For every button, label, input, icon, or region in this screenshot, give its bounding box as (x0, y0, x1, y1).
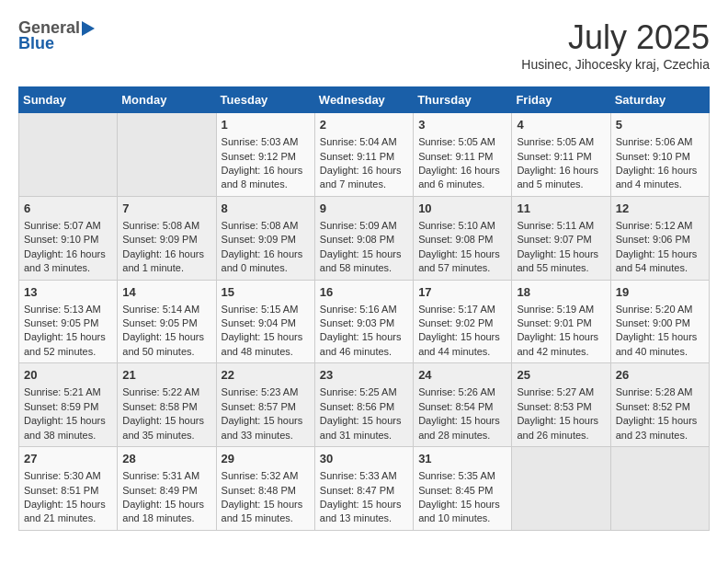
calendar-cell: 27Sunrise: 5:30 AMSunset: 8:51 PMDayligh… (19, 447, 118, 531)
daylight-text: Daylight: 15 hours and 55 minutes. (517, 247, 605, 276)
calendar-cell: 23Sunrise: 5:25 AMSunset: 8:56 PMDayligh… (314, 363, 413, 447)
logo: General Blue (18, 18, 95, 53)
week-row-4: 20Sunrise: 5:21 AMSunset: 8:59 PMDayligh… (19, 363, 710, 447)
daylight-text: Daylight: 16 hours and 1 minute. (122, 247, 210, 276)
day-number: 13 (24, 284, 112, 301)
calendar-cell: 15Sunrise: 5:15 AMSunset: 9:04 PMDayligh… (216, 280, 314, 363)
calendar-cell (19, 113, 118, 197)
day-number: 11 (517, 201, 605, 217)
sunrise-text: Sunrise: 5:09 AM (320, 219, 408, 233)
daylight-text: Daylight: 15 hours and 15 minutes. (222, 498, 310, 526)
sunrise-text: Sunrise: 5:33 AM (320, 469, 408, 483)
day-number: 2 (320, 117, 408, 133)
day-number: 31 (418, 451, 506, 467)
calendar-cell: 11Sunrise: 5:11 AMSunset: 9:07 PMDayligh… (512, 196, 610, 280)
week-row-3: 13Sunrise: 5:13 AMSunset: 9:05 PMDayligh… (19, 280, 710, 363)
calendar-cell: 7Sunrise: 5:08 AMSunset: 9:09 PMDaylight… (118, 196, 216, 280)
day-number: 29 (222, 451, 310, 467)
day-number: 18 (517, 284, 605, 301)
sunset-text: Sunset: 8:47 PM (320, 484, 408, 498)
sunrise-text: Sunrise: 5:25 AM (320, 385, 408, 399)
sunset-text: Sunset: 9:01 PM (517, 316, 605, 330)
day-number: 14 (122, 284, 210, 301)
sunset-text: Sunset: 9:11 PM (517, 150, 605, 164)
header-row: SundayMondayTuesdayWednesdayThursdayFrid… (19, 87, 710, 113)
daylight-text: Daylight: 15 hours and 33 minutes. (222, 414, 310, 442)
sunrise-text: Sunrise: 5:05 AM (517, 135, 605, 149)
sunset-text: Sunset: 8:59 PM (24, 400, 112, 414)
day-number: 27 (24, 451, 112, 467)
sunrise-text: Sunrise: 5:11 AM (517, 219, 605, 233)
location-label: Husinec, Jihocesky kraj, Czechia (521, 57, 710, 72)
sunset-text: Sunset: 8:49 PM (122, 484, 210, 498)
sunrise-text: Sunrise: 5:08 AM (222, 219, 310, 233)
daylight-text: Daylight: 15 hours and 18 minutes. (122, 498, 210, 526)
sunset-text: Sunset: 9:09 PM (122, 233, 210, 247)
calendar-cell: 12Sunrise: 5:12 AMSunset: 9:06 PMDayligh… (610, 196, 709, 280)
calendar-cell (512, 447, 610, 531)
day-number: 21 (122, 367, 210, 384)
sunset-text: Sunset: 9:00 PM (616, 316, 704, 330)
calendar-cell: 17Sunrise: 5:17 AMSunset: 9:02 PMDayligh… (414, 280, 512, 363)
sunrise-text: Sunrise: 5:19 AM (517, 303, 605, 316)
daylight-text: Daylight: 15 hours and 50 minutes. (122, 330, 210, 359)
sunset-text: Sunset: 8:57 PM (222, 400, 310, 414)
sunrise-text: Sunrise: 5:35 AM (418, 469, 506, 483)
month-title: July 2025 (521, 18, 710, 57)
sunset-text: Sunset: 9:10 PM (616, 150, 704, 164)
sunset-text: Sunset: 9:02 PM (418, 316, 506, 330)
calendar-cell: 4Sunrise: 5:05 AMSunset: 9:11 PMDaylight… (512, 113, 610, 197)
sunrise-text: Sunrise: 5:15 AM (222, 303, 310, 316)
daylight-text: Daylight: 15 hours and 23 minutes. (616, 414, 704, 442)
calendar-cell: 24Sunrise: 5:26 AMSunset: 8:54 PMDayligh… (414, 363, 512, 447)
sunset-text: Sunset: 9:11 PM (320, 150, 408, 164)
daylight-text: Daylight: 16 hours and 8 minutes. (222, 164, 310, 192)
daylight-text: Daylight: 15 hours and 38 minutes. (24, 414, 112, 442)
daylight-text: Daylight: 16 hours and 4 minutes. (616, 164, 704, 192)
day-number: 24 (418, 367, 506, 384)
sunrise-text: Sunrise: 5:17 AM (418, 303, 506, 316)
daylight-text: Daylight: 15 hours and 26 minutes. (517, 414, 605, 442)
daylight-text: Daylight: 16 hours and 5 minutes. (517, 164, 605, 192)
sunrise-text: Sunrise: 5:26 AM (418, 385, 506, 399)
day-number: 5 (616, 117, 704, 133)
daylight-text: Daylight: 15 hours and 46 minutes. (320, 330, 408, 359)
sunset-text: Sunset: 9:08 PM (418, 233, 506, 247)
day-number: 23 (320, 367, 408, 384)
day-number: 12 (616, 201, 704, 217)
daylight-text: Daylight: 15 hours and 52 minutes. (24, 330, 112, 359)
sunrise-text: Sunrise: 5:31 AM (122, 469, 210, 483)
calendar-cell: 26Sunrise: 5:28 AMSunset: 8:52 PMDayligh… (610, 363, 709, 447)
calendar-cell: 29Sunrise: 5:32 AMSunset: 8:48 PMDayligh… (216, 447, 314, 531)
title-area: July 2025 Husinec, Jihocesky kraj, Czech… (521, 18, 710, 72)
day-number: 20 (24, 367, 112, 384)
calendar-cell: 5Sunrise: 5:06 AMSunset: 9:10 PMDaylight… (610, 113, 709, 197)
calendar-cell: 8Sunrise: 5:08 AMSunset: 9:09 PMDaylight… (216, 196, 314, 280)
daylight-text: Daylight: 15 hours and 40 minutes. (616, 330, 704, 359)
calendar-cell: 16Sunrise: 5:16 AMSunset: 9:03 PMDayligh… (314, 280, 413, 363)
logo-blue: Blue (18, 34, 54, 53)
logo-arrow-icon (82, 21, 95, 36)
sunset-text: Sunset: 8:54 PM (418, 400, 506, 414)
day-number: 10 (418, 201, 506, 217)
week-row-5: 27Sunrise: 5:30 AMSunset: 8:51 PMDayligh… (19, 447, 710, 531)
day-number: 19 (616, 284, 704, 301)
daylight-text: Daylight: 15 hours and 10 minutes. (418, 498, 506, 526)
day-number: 28 (122, 451, 210, 467)
day-number: 4 (517, 117, 605, 133)
daylight-text: Daylight: 15 hours and 31 minutes. (320, 414, 408, 442)
daylight-text: Daylight: 16 hours and 0 minutes. (222, 247, 310, 276)
sunset-text: Sunset: 9:04 PM (222, 316, 310, 330)
sunset-text: Sunset: 9:05 PM (24, 316, 112, 330)
sunrise-text: Sunrise: 5:16 AM (320, 303, 408, 316)
sunset-text: Sunset: 9:03 PM (320, 316, 408, 330)
sunset-text: Sunset: 8:51 PM (24, 484, 112, 498)
sunrise-text: Sunrise: 5:30 AM (24, 469, 112, 483)
calendar-cell: 13Sunrise: 5:13 AMSunset: 9:05 PMDayligh… (19, 280, 118, 363)
sunset-text: Sunset: 9:10 PM (24, 233, 112, 247)
sunrise-text: Sunrise: 5:03 AM (222, 135, 310, 149)
sunrise-text: Sunrise: 5:13 AM (24, 303, 112, 316)
daylight-text: Daylight: 15 hours and 44 minutes. (418, 330, 506, 359)
sunset-text: Sunset: 8:45 PM (418, 484, 506, 498)
calendar-cell: 2Sunrise: 5:04 AMSunset: 9:11 PMDaylight… (314, 113, 413, 197)
